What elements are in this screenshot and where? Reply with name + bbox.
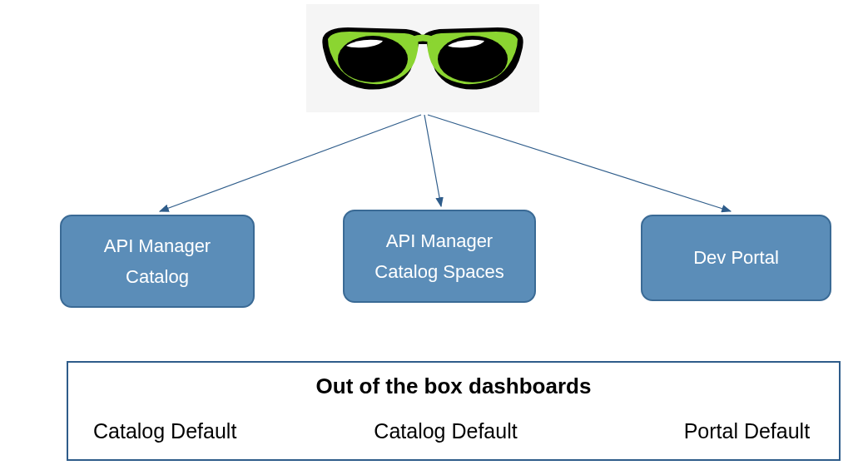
- dashboards-columns: Catalog Default Catalog Default Portal D…: [68, 419, 839, 443]
- node-line1: Dev Portal: [693, 242, 779, 273]
- node-dev-portal: Dev Portal: [641, 215, 831, 301]
- node-api-manager-catalog-spaces: API Manager Catalog Spaces: [343, 210, 536, 303]
- svg-line-3: [160, 115, 421, 211]
- dashboard-col-1: Catalog Default: [93, 419, 236, 443]
- node-line1: API Manager: [386, 225, 493, 256]
- sunglasses-image: [306, 4, 539, 112]
- node-line2: Catalog Spaces: [374, 256, 503, 287]
- node-api-manager-catalog: API Manager Catalog: [60, 215, 255, 308]
- dashboards-box: Out of the box dashboards Catalog Defaul…: [67, 361, 841, 461]
- sunglasses-icon: [315, 12, 531, 104]
- svg-line-4: [424, 115, 441, 206]
- dashboards-title: Out of the box dashboards: [68, 374, 839, 399]
- node-line1: API Manager: [104, 230, 211, 261]
- node-line2: Catalog: [126, 261, 189, 292]
- svg-line-5: [428, 115, 731, 211]
- dashboard-col-3: Portal Default: [684, 419, 810, 443]
- dashboard-col-2: Catalog Default: [374, 419, 517, 443]
